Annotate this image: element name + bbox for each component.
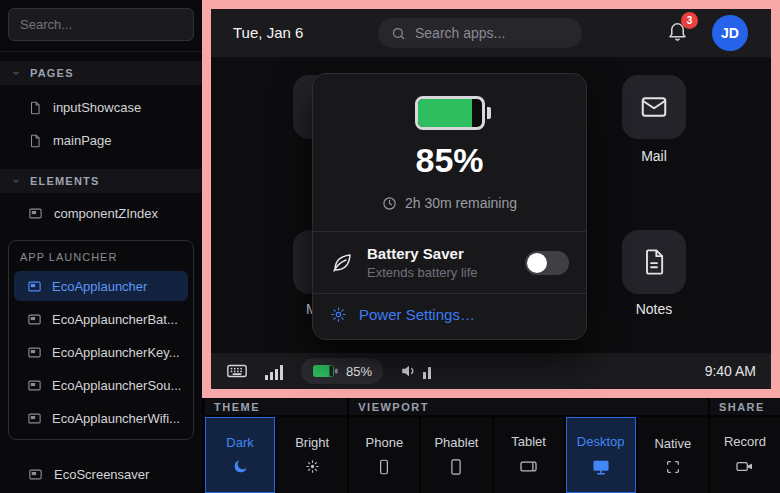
toolbar-section-share: SHARE (710, 398, 780, 415)
button-label: Bright (295, 435, 329, 450)
keyboard-icon[interactable] (226, 360, 248, 382)
signal-bars-icon[interactable] (265, 363, 284, 380)
app-tile-mail[interactable] (622, 75, 686, 139)
saver-subtitle: Extends battery life (367, 265, 478, 280)
notifications-button[interactable]: 3 (666, 20, 692, 48)
item-label: EcoScreensaver (54, 467, 149, 482)
battery-nub (487, 107, 491, 119)
item-label: componentZIndex (54, 206, 158, 221)
component-icon (27, 411, 42, 426)
sidebar-item-ecoapplauncher-bat[interactable]: EcoApplauncherBat... (14, 304, 188, 334)
button-label: Phablet (434, 435, 478, 450)
app-launcher-group: APP LAUNCHER EcoApplauncher EcoApplaunch… (8, 240, 194, 440)
taskbar-battery-indicator[interactable]: 85% (301, 358, 383, 384)
component-icon (27, 345, 42, 360)
divider (0, 51, 202, 52)
item-label: inputShowcase (53, 100, 141, 115)
chevron-down-icon (11, 68, 21, 78)
theme-dark-button[interactable]: Dark (205, 417, 275, 493)
viewport-tablet-button[interactable]: Tablet (494, 417, 564, 493)
sidebar-item-ecoapplauncher-sou[interactable]: EcoApplauncherSou... (14, 370, 188, 400)
chevron-down-icon (11, 176, 21, 186)
battery-fill (418, 99, 472, 127)
battery-popover: 85% 2h 30m remaining Battery Saver Exten… (312, 73, 587, 340)
saver-text: Battery Saver Extends battery life (367, 245, 478, 280)
toolbar-section-theme: THEME (205, 398, 347, 415)
sidebar-item-ecoapplauncher[interactable]: EcoApplauncher (14, 271, 188, 301)
battery-remaining: 2h 30m remaining (313, 195, 586, 211)
notification-badge: 3 (681, 12, 698, 29)
section-header-elements[interactable]: ELEMENTS (0, 169, 202, 193)
app-root: PAGES inputShowcase mainPage ELEMENTS co… (0, 0, 780, 493)
battery-saver-row: Battery Saver Extends battery life (313, 232, 586, 293)
component-icon (28, 206, 43, 221)
toolbar-section-viewport: VIEWPORT (349, 398, 708, 415)
battery-icon (312, 364, 339, 378)
power-settings-label: Power Settings… (359, 306, 475, 323)
sidebar-item-ecoapplauncher-wifi[interactable]: EcoApplauncherWifi... (14, 403, 188, 433)
saver-title: Battery Saver (367, 245, 478, 262)
viewport-phone-button[interactable]: Phone (349, 417, 419, 493)
component-icon (27, 279, 42, 294)
power-settings-link[interactable]: Power Settings… (313, 294, 586, 335)
item-label: EcoApplauncherKey... (52, 345, 180, 360)
taskbar-battery-percent: 85% (346, 364, 372, 379)
viewport-phablet-button[interactable]: Phablet (421, 417, 491, 493)
sun-icon (304, 458, 321, 475)
group-label: APP LAUNCHER (14, 244, 188, 268)
volume-bars-icon (423, 364, 433, 379)
record-icon (735, 457, 754, 476)
item-label: EcoApplauncherSou... (52, 378, 181, 393)
viewport-desktop-button[interactable]: Desktop (566, 417, 636, 493)
button-label: Dark (226, 435, 253, 450)
section-header-pages[interactable]: PAGES (0, 61, 202, 85)
tablet-icon (519, 457, 538, 476)
phablet-icon (447, 458, 465, 476)
item-label: EcoApplauncherBat... (52, 312, 178, 327)
sidebar-item-inputShowcase[interactable]: inputShowcase (0, 91, 202, 124)
gear-icon (330, 306, 347, 323)
sidebar-item-ecoapplauncher-key[interactable]: EcoApplauncherKey... (14, 337, 188, 367)
launcher-taskbar: 85% 9:40 AM (211, 353, 771, 389)
sidebar-item-mainPage[interactable]: mainPage (0, 124, 202, 157)
sidebar: PAGES inputShowcase mainPage ELEMENTS co… (0, 0, 202, 493)
section-label: PAGES (30, 67, 74, 79)
theme-bright-button[interactable]: Bright (277, 417, 347, 493)
button-label: Record (724, 434, 766, 449)
toggle-knob (527, 253, 547, 273)
component-icon (27, 378, 42, 393)
section-label: ELEMENTS (30, 175, 100, 187)
remaining-label: 2h 30m remaining (405, 195, 517, 211)
preview-toolbar: THEME VIEWPORT SHARE Dark Bright Phone P… (205, 398, 780, 493)
item-label: mainPage (53, 133, 112, 148)
clock-icon (382, 196, 397, 211)
tile-label-notes: Notes (622, 301, 686, 317)
battery-saver-toggle[interactable] (525, 251, 569, 275)
apps-search[interactable] (378, 18, 582, 48)
volume-indicator[interactable] (400, 362, 433, 380)
sidebar-search[interactable] (8, 8, 194, 41)
viewport-native-button[interactable]: Native (638, 417, 708, 493)
avatar[interactable]: JD (712, 15, 748, 51)
notes-icon (640, 248, 668, 276)
sidebar-item-componentZIndex[interactable]: componentZIndex (0, 197, 202, 230)
phone-icon (375, 458, 393, 476)
sidebar-tail: EcoScreensaver getZIndex (0, 455, 202, 493)
apps-search-input[interactable] (415, 25, 569, 41)
share-record-button[interactable]: Record (710, 417, 780, 493)
tile-label-mail: Mail (622, 148, 686, 164)
component-icon (28, 467, 43, 482)
sidebar-item-ecoscreensaver[interactable]: EcoScreensaver (0, 455, 202, 493)
launcher-topbar: Tue, Jan 6 3 JD (211, 9, 771, 57)
component-icon (27, 312, 42, 327)
app-launcher-preview: Tue, Jan 6 3 JD M (211, 9, 771, 389)
item-label: EcoApplauncherWifi... (52, 411, 180, 426)
preview-highlight-frame: Tue, Jan 6 3 JD M (202, 0, 780, 398)
app-tile-notes[interactable] (622, 230, 686, 294)
button-label: Native (654, 436, 691, 451)
native-icon (665, 459, 681, 475)
leaf-icon (330, 251, 354, 275)
mail-icon (639, 92, 669, 122)
item-label: EcoApplauncher (52, 279, 147, 294)
sidebar-search-input[interactable] (9, 17, 193, 32)
